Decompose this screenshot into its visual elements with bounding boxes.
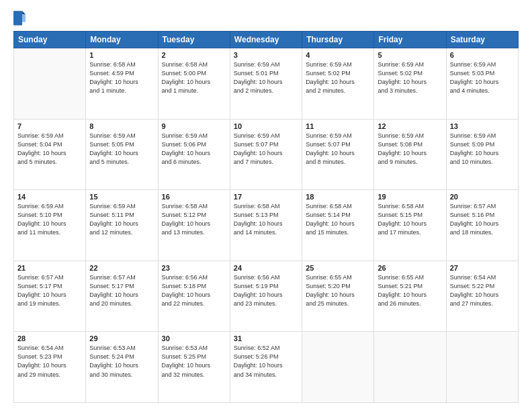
calendar-cell: 28Sunrise: 6:54 AM Sunset: 5:23 PM Dayli…	[14, 332, 86, 403]
calendar-cell: 27Sunrise: 6:54 AM Sunset: 5:22 PM Dayli…	[446, 261, 518, 332]
col-header-monday: Monday	[86, 32, 158, 48]
day-info: Sunrise: 6:57 AM Sunset: 5:16 PM Dayligh…	[450, 202, 515, 237]
calendar-cell: 20Sunrise: 6:57 AM Sunset: 5:16 PM Dayli…	[446, 190, 518, 261]
day-number: 29	[89, 334, 154, 342]
calendar-cell: 29Sunrise: 6:53 AM Sunset: 5:24 PM Dayli…	[86, 332, 158, 403]
day-number: 8	[89, 122, 154, 130]
day-number: 18	[306, 193, 370, 201]
day-number: 9	[162, 122, 226, 130]
logo	[13, 11, 28, 26]
day-info: Sunrise: 6:55 AM Sunset: 5:20 PM Dayligh…	[306, 273, 370, 308]
svg-marker-1	[22, 11, 26, 14]
col-header-saturday: Saturday	[446, 32, 518, 48]
calendar-cell: 16Sunrise: 6:58 AM Sunset: 5:12 PM Dayli…	[158, 190, 230, 261]
calendar-cell: 7Sunrise: 6:59 AM Sunset: 5:04 PM Daylig…	[14, 119, 86, 190]
day-number: 24	[234, 264, 298, 272]
day-info: Sunrise: 6:59 AM Sunset: 5:02 PM Dayligh…	[378, 60, 442, 95]
calendar-cell: 8Sunrise: 6:59 AM Sunset: 5:05 PM Daylig…	[86, 119, 158, 190]
calendar-cell: 4Sunrise: 6:59 AM Sunset: 5:02 PM Daylig…	[302, 48, 374, 120]
day-info: Sunrise: 6:57 AM Sunset: 5:17 PM Dayligh…	[17, 273, 82, 308]
calendar-cell: 25Sunrise: 6:55 AM Sunset: 5:20 PM Dayli…	[302, 261, 374, 332]
calendar-cell: 23Sunrise: 6:56 AM Sunset: 5:18 PM Dayli…	[158, 261, 230, 332]
calendar-cell: 22Sunrise: 6:57 AM Sunset: 5:17 PM Dayli…	[86, 261, 158, 332]
calendar-header-row: SundayMondayTuesdayWednesdayThursdayFrid…	[14, 32, 519, 48]
day-number: 6	[450, 51, 515, 59]
day-number: 28	[17, 334, 82, 342]
day-number: 13	[450, 122, 515, 130]
calendar-cell: 11Sunrise: 6:59 AM Sunset: 5:07 PM Dayli…	[302, 119, 374, 190]
calendar-cell: 1Sunrise: 6:58 AM Sunset: 4:59 PM Daylig…	[86, 48, 158, 120]
calendar-cell: 15Sunrise: 6:59 AM Sunset: 5:11 PM Dayli…	[86, 190, 158, 261]
day-info: Sunrise: 6:59 AM Sunset: 5:06 PM Dayligh…	[162, 132, 226, 167]
day-number: 3	[234, 51, 298, 59]
day-number: 21	[17, 264, 82, 272]
day-info: Sunrise: 6:59 AM Sunset: 5:05 PM Dayligh…	[89, 132, 154, 167]
day-info: Sunrise: 6:58 AM Sunset: 4:59 PM Dayligh…	[89, 60, 154, 95]
day-number: 19	[378, 193, 442, 201]
day-number: 1	[89, 51, 154, 59]
col-header-sunday: Sunday	[14, 32, 86, 48]
col-header-friday: Friday	[374, 32, 446, 48]
day-info: Sunrise: 6:58 AM Sunset: 5:14 PM Dayligh…	[306, 202, 370, 237]
calendar-cell	[14, 48, 86, 120]
calendar-cell: 5Sunrise: 6:59 AM Sunset: 5:02 PM Daylig…	[374, 48, 446, 120]
day-number: 12	[378, 122, 442, 130]
day-info: Sunrise: 6:59 AM Sunset: 5:07 PM Dayligh…	[306, 132, 370, 167]
day-number: 30	[162, 334, 226, 342]
day-info: Sunrise: 6:58 AM Sunset: 5:15 PM Dayligh…	[378, 202, 442, 237]
day-info: Sunrise: 6:59 AM Sunset: 5:07 PM Dayligh…	[234, 132, 298, 167]
day-number: 23	[162, 264, 226, 272]
calendar-row: 1Sunrise: 6:58 AM Sunset: 4:59 PM Daylig…	[14, 48, 519, 120]
day-number: 17	[234, 193, 298, 201]
calendar-cell: 14Sunrise: 6:59 AM Sunset: 5:10 PM Dayli…	[14, 190, 86, 261]
day-info: Sunrise: 6:54 AM Sunset: 5:22 PM Dayligh…	[450, 273, 515, 308]
calendar-cell: 21Sunrise: 6:57 AM Sunset: 5:17 PM Dayli…	[14, 261, 86, 332]
calendar-cell: 13Sunrise: 6:59 AM Sunset: 5:09 PM Dayli…	[446, 119, 518, 190]
calendar-cell: 17Sunrise: 6:58 AM Sunset: 5:13 PM Dayli…	[230, 190, 302, 261]
day-number: 5	[378, 51, 442, 59]
day-info: Sunrise: 6:59 AM Sunset: 5:03 PM Dayligh…	[450, 60, 515, 95]
col-header-thursday: Thursday	[302, 32, 374, 48]
calendar-row: 14Sunrise: 6:59 AM Sunset: 5:10 PM Dayli…	[14, 190, 519, 261]
calendar-table: SundayMondayTuesdayWednesdayThursdayFrid…	[13, 31, 519, 403]
calendar-cell: 24Sunrise: 6:56 AM Sunset: 5:19 PM Dayli…	[230, 261, 302, 332]
calendar-row: 7Sunrise: 6:59 AM Sunset: 5:04 PM Daylig…	[14, 119, 519, 190]
day-info: Sunrise: 6:58 AM Sunset: 5:12 PM Dayligh…	[162, 202, 226, 237]
day-number: 11	[306, 122, 370, 130]
calendar-cell: 18Sunrise: 6:58 AM Sunset: 5:14 PM Dayli…	[302, 190, 374, 261]
day-number: 4	[306, 51, 370, 59]
day-info: Sunrise: 6:59 AM Sunset: 5:02 PM Dayligh…	[306, 60, 370, 95]
page: SundayMondayTuesdayWednesdayThursdayFrid…	[0, 0, 532, 411]
calendar-cell: 6Sunrise: 6:59 AM Sunset: 5:03 PM Daylig…	[446, 48, 518, 120]
day-number: 22	[89, 264, 154, 272]
day-info: Sunrise: 6:56 AM Sunset: 5:18 PM Dayligh…	[162, 273, 226, 308]
day-info: Sunrise: 6:53 AM Sunset: 5:25 PM Dayligh…	[162, 344, 226, 379]
day-info: Sunrise: 6:59 AM Sunset: 5:10 PM Dayligh…	[17, 202, 82, 237]
day-number: 27	[450, 264, 515, 272]
day-info: Sunrise: 6:59 AM Sunset: 5:04 PM Dayligh…	[17, 132, 82, 167]
day-info: Sunrise: 6:58 AM Sunset: 5:00 PM Dayligh…	[162, 60, 226, 95]
svg-rect-0	[13, 11, 22, 25]
day-info: Sunrise: 6:59 AM Sunset: 5:01 PM Dayligh…	[234, 60, 298, 95]
svg-marker-2	[22, 14, 26, 21]
day-number: 25	[306, 264, 370, 272]
calendar-cell: 12Sunrise: 6:59 AM Sunset: 5:08 PM Dayli…	[374, 119, 446, 190]
day-number: 2	[162, 51, 226, 59]
day-number: 15	[89, 193, 154, 201]
calendar-cell: 31Sunrise: 6:52 AM Sunset: 5:26 PM Dayli…	[230, 332, 302, 403]
logo-icon	[13, 11, 26, 26]
day-info: Sunrise: 6:58 AM Sunset: 5:13 PM Dayligh…	[234, 202, 298, 237]
calendar-cell: 10Sunrise: 6:59 AM Sunset: 5:07 PM Dayli…	[230, 119, 302, 190]
col-header-wednesday: Wednesday	[230, 32, 302, 48]
day-number: 14	[17, 193, 82, 201]
day-number: 20	[450, 193, 515, 201]
calendar-cell: 9Sunrise: 6:59 AM Sunset: 5:06 PM Daylig…	[158, 119, 230, 190]
calendar-cell: 19Sunrise: 6:58 AM Sunset: 5:15 PM Dayli…	[374, 190, 446, 261]
day-number: 10	[234, 122, 298, 130]
day-number: 7	[17, 122, 82, 130]
calendar-cell: 26Sunrise: 6:55 AM Sunset: 5:21 PM Dayli…	[374, 261, 446, 332]
day-number: 16	[162, 193, 226, 201]
calendar-cell: 2Sunrise: 6:58 AM Sunset: 5:00 PM Daylig…	[158, 48, 230, 120]
calendar-cell	[374, 332, 446, 403]
day-info: Sunrise: 6:54 AM Sunset: 5:23 PM Dayligh…	[17, 344, 82, 379]
